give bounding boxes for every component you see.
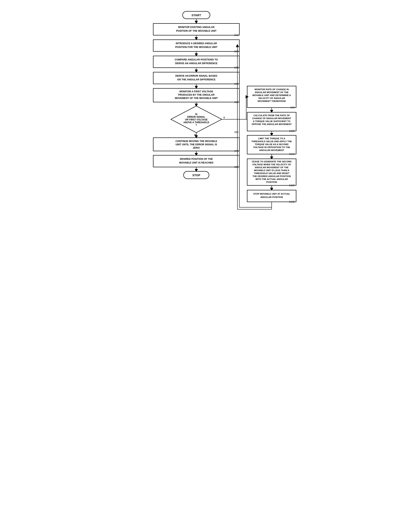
s110-text4: VOLTAGE IN OPPOSITION TO THE [253, 146, 290, 148]
s60-text4: ABOVE A THRESHOLD [183, 121, 209, 124]
s10-text2: POSITION OF THE MOVABLE UNIT [176, 29, 217, 32]
s40-text1: DERIVE AN ERROR SIGNAL BASED [175, 74, 217, 77]
s60-label: S60 [234, 131, 239, 134]
s80-label: S80 [234, 166, 239, 169]
s110-text2: THRESHOLD VALUE AND APPLY THE [251, 140, 292, 143]
s120-text2: VOLTAGE WHEN THE VELOCITY OF [252, 163, 291, 166]
s120-text3: ANGULAR MOVEMENT OF THE [255, 166, 289, 169]
s70-text3: ZERO [193, 147, 200, 149]
s40-text2: ON THE ANGULAR DIFFERENCE [177, 78, 216, 81]
s40-label: S40 [234, 82, 239, 85]
s20-text1: INTRODUCE A DESIRED ANGULAR [176, 42, 217, 45]
s30-box [153, 56, 239, 68]
stop-label: STOP [192, 174, 200, 177]
s90-text5: MOVEMENT THEREFROM [258, 100, 285, 102]
s110-text5: ANGULAR MOVEMENT [259, 149, 284, 151]
s70-text2: UNIT UNTIL THE ERROR SIGNAL IS [176, 143, 217, 146]
s80-text1: DESIRED POSITION OF THE [180, 158, 213, 160]
s20-text2: POSITION FOR THE MOVABLE UNIT [175, 46, 218, 49]
s120-text1: CEASE TO GENERATE THE SECOND [252, 160, 292, 163]
s120-text5: THRESHOLD VALUE AND RESET [254, 172, 289, 175]
s40-box [153, 72, 239, 84]
s30-label: S30 [234, 66, 239, 69]
s110-label: S110 [289, 153, 294, 155]
n-label: N [194, 134, 196, 137]
s30-text2: DERIVE AN ANGULAR DIFFERENCE [175, 62, 218, 65]
s70-text1: CONTINUE MOVING THE MOVABLE [176, 140, 217, 143]
s90-text4: VELOCITY OF ANGULAR [258, 97, 285, 99]
s50-text2: PRODUCED BY THE ANGULAR [178, 94, 215, 96]
y-label: Y [223, 116, 225, 119]
s50-text3: MOVEMENT OF THE MOVABLE UNIT [175, 97, 218, 100]
s100-label: S100 [289, 130, 294, 132]
s70-label: S70 [234, 150, 239, 153]
s10-text1: MONITOR EXISTING ANGULAR [178, 26, 215, 29]
s120-label: S120 [289, 184, 294, 187]
s110-text3: TORQUE VALUE AS A SECOND [255, 143, 288, 146]
s60-text1: IS [195, 113, 197, 116]
s120-text7: WITH THE ACTUAL ANGULAR [255, 178, 288, 180]
s30-text1: COMPARE ANGULAR POSITIONS TO [175, 58, 218, 61]
s120-text8: POSITION [266, 181, 277, 183]
s20-box [153, 40, 239, 51]
s100-text4: OPPOSE THE ANGULAR MOVEMENT [252, 123, 292, 125]
diagram-container: START MONITOR EXISTING ANGULAR POSITION … [122, 4, 298, 227]
s10-label: S10 [234, 34, 239, 37]
s80-text2: MOVABLE UNIT IS REACHED [179, 161, 214, 164]
s90-text3: MOVABLE UNIT AND DETERMINE A [253, 94, 291, 96]
s120-text6: THE DESIRED ANGULAR POSITION [253, 175, 291, 177]
s100-text1: CALCULATE FROM THE RATE OF [254, 114, 290, 117]
s50-text1: MONITOR A FIRST VOLTAGE [180, 90, 213, 93]
s130-text1: STOP MOVABLE UNIT AT ACTUAL [253, 193, 290, 195]
start-label: START [192, 14, 201, 17]
s60-text5: ? [195, 124, 197, 126]
s60-text2: ERROR SIGNAL [187, 116, 205, 118]
s50-label: S50 [234, 101, 239, 104]
s60-text3: OR FIRST VOLTAGE [185, 118, 208, 121]
s80-box [153, 155, 239, 167]
s100-text2: CHANGE OF ANGULAR MOVEMENT [252, 117, 291, 119]
s100-text3: A TORQUE VALUE SUFFICIENT TO [253, 120, 290, 122]
s90-text2: ANGULAR MOVEMENT OF THE [255, 91, 289, 94]
s10-box [153, 23, 239, 35]
s90-text1: MONITOR RATE OF CHANGE IN [255, 88, 289, 91]
s130-text2: ANGULAR POSITION [260, 196, 283, 198]
s110-text1: LIMIT THE TORQUE TO A [258, 137, 285, 140]
s90-label: S90 [290, 106, 295, 109]
s130-label: S130 [289, 200, 294, 203]
flowchart-svg: START MONITOR EXISTING ANGULAR POSITION … [126, 8, 302, 223]
s120-text4: MOVABLE UNIT IS LESS THAN A [254, 169, 289, 171]
s20-label: S20 [234, 50, 239, 53]
